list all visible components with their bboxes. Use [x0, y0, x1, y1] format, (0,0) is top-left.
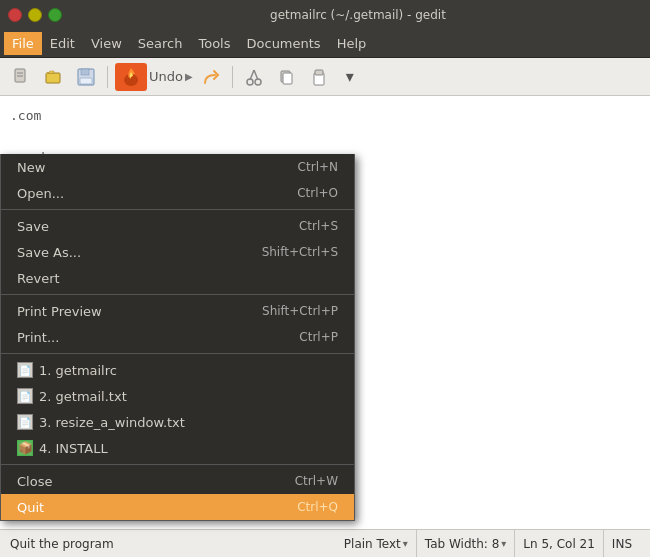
undo-arrow[interactable]: ▶: [185, 71, 193, 82]
menu-edit[interactable]: Edit: [42, 32, 83, 55]
content-line-1: .com: [10, 108, 41, 123]
toolbar: Undo ▶ ▾: [0, 58, 650, 96]
menu-item-new[interactable]: New Ctrl+N: [1, 154, 354, 180]
svg-rect-13: [283, 73, 292, 84]
status-quit-text: Quit the program: [10, 537, 114, 551]
menu-documents[interactable]: Documents: [239, 32, 329, 55]
menu-item-recent-4[interactable]: 📦 4. INSTALL: [1, 435, 354, 461]
menu-sep-1: [1, 209, 354, 210]
menu-item-print-preview[interactable]: Print Preview Shift+Ctrl+P: [1, 298, 354, 324]
menu-item-print[interactable]: Print... Ctrl+P: [1, 324, 354, 350]
menu-item-revert[interactable]: Revert: [1, 265, 354, 291]
doc-icon-1: 📄: [17, 362, 33, 378]
file-menu-dropdown: New Ctrl+N Open... Ctrl+O Save Ctrl+S Sa…: [0, 154, 355, 521]
title-bar: getmailrc (~/.getmail) - gedit: [0, 0, 650, 30]
svg-rect-5: [81, 69, 89, 75]
save-button[interactable]: [72, 63, 100, 91]
copy-button[interactable]: [272, 63, 300, 91]
menu-sep-4: [1, 464, 354, 465]
status-position: Ln 5, Col 21: [515, 530, 604, 557]
svg-line-10: [250, 70, 254, 80]
redo-button[interactable]: [197, 63, 225, 91]
install-icon: 📦: [17, 440, 33, 456]
menu-sep-3: [1, 353, 354, 354]
svg-rect-3: [46, 73, 60, 83]
maximize-window-button[interactable]: [48, 8, 62, 22]
undo-label[interactable]: Undo: [149, 69, 183, 84]
cut-button[interactable]: [240, 63, 268, 91]
doc-icon-3: 📄: [17, 414, 33, 430]
menu-item-recent-2[interactable]: 📄 2. getmail.txt: [1, 383, 354, 409]
menu-item-close[interactable]: Close Ctrl+W: [1, 468, 354, 494]
menu-item-open[interactable]: Open... Ctrl+O: [1, 180, 354, 206]
toolbar-separator-2: [232, 66, 233, 88]
close-window-button[interactable]: [8, 8, 22, 22]
more-button[interactable]: ▾: [336, 63, 364, 91]
menu-sep-2: [1, 294, 354, 295]
plain-text-arrow: ▾: [403, 538, 408, 549]
tab-width-arrow: ▾: [501, 538, 506, 549]
main-area: .com up.mbox g New Ctrl+N Open... Ctrl+O…: [0, 96, 650, 557]
menu-help[interactable]: Help: [329, 32, 375, 55]
menu-search[interactable]: Search: [130, 32, 191, 55]
status-bar: Quit the program Plain Text ▾ Tab Width:…: [0, 529, 650, 557]
undo-area: Undo ▶: [115, 63, 193, 91]
status-tab-width[interactable]: Tab Width: 8 ▾: [417, 530, 516, 557]
minimize-window-button[interactable]: [28, 8, 42, 22]
status-ins: INS: [604, 530, 640, 557]
menu-item-quit[interactable]: Quit Ctrl+Q: [1, 494, 354, 520]
svg-rect-15: [315, 70, 323, 75]
toolbar-separator-1: [107, 66, 108, 88]
paste-button[interactable]: [304, 63, 332, 91]
svg-rect-6: [80, 78, 92, 84]
window-title: getmailrc (~/.getmail) - gedit: [74, 8, 642, 22]
doc-icon-2: 📄: [17, 388, 33, 404]
menu-view[interactable]: View: [83, 32, 130, 55]
status-plain-text[interactable]: Plain Text ▾: [336, 530, 417, 557]
menu-item-recent-1[interactable]: 📄 1. getmailrc: [1, 357, 354, 383]
gedit-logo: [115, 63, 147, 91]
menu-file[interactable]: File: [4, 32, 42, 55]
svg-line-11: [254, 70, 258, 80]
open-button[interactable]: [40, 63, 68, 91]
menu-item-recent-3[interactable]: 📄 3. resize_a_window.txt: [1, 409, 354, 435]
new-button[interactable]: [8, 63, 36, 91]
menu-bar: File Edit View Search Tools Documents He…: [0, 30, 650, 58]
menu-item-save[interactable]: Save Ctrl+S: [1, 213, 354, 239]
menu-item-saveas[interactable]: Save As... Shift+Ctrl+S: [1, 239, 354, 265]
menu-tools[interactable]: Tools: [190, 32, 238, 55]
